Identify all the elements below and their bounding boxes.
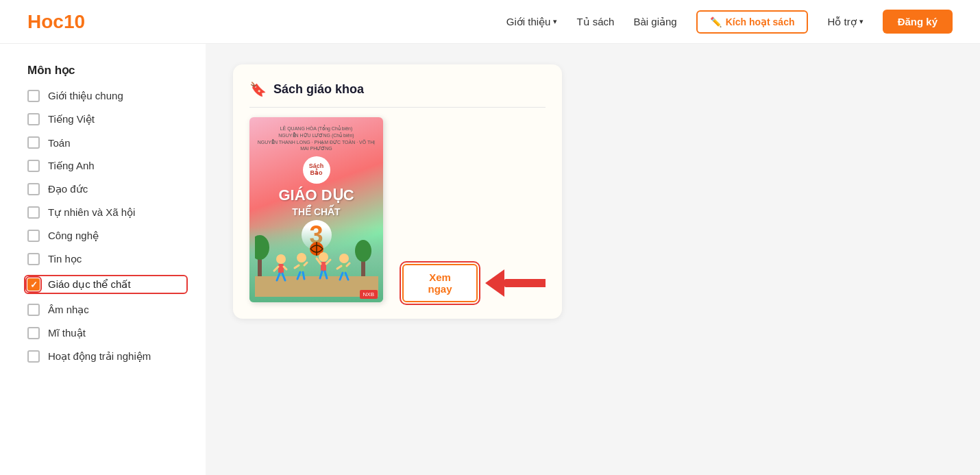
filter-item-3[interactable]: Tiếng Anh [27,160,186,172]
checkbox-4[interactable] [27,183,40,195]
xem-ngay-button[interactable]: Xem ngay [402,264,478,302]
filter-item-2[interactable]: Toán [27,136,186,149]
filter-item-7[interactable]: Tin học [27,253,186,265]
svg-point-25 [339,254,349,263]
navbar: Hoc10 Giới thiệu ▾ Tủ sách Bài giảng ✏️ … [0,0,980,44]
filter-item-4[interactable]: Đạo đức [27,183,186,195]
filter-label-7: Tin học [48,253,82,265]
filter-item-9[interactable]: Âm nhạc [27,304,186,316]
main-content: 🔖 Sách giáo khoa LÊ QUANG HÒA (Tổng Chủ … [206,44,980,475]
filter-label-3: Tiếng Anh [48,160,95,172]
filter-item-6[interactable]: Công nghệ [27,230,186,242]
svg-line-28 [347,263,350,266]
nav-item-tu-sach[interactable]: Tủ sách [576,16,614,28]
svg-point-2 [255,235,269,260]
card-body: LÊ QUANG HÒA (Tổng Chủ biên) NGUYỄN HỮU … [249,117,546,302]
filter-label-2: Toán [48,137,71,149]
bookmark-icon: 🔖 [249,81,267,97]
svg-point-7 [276,254,286,264]
nav-item-bai-giang[interactable]: Bài giảng [633,16,676,28]
filter-label-4: Đạo đức [48,183,88,195]
filter-item-5[interactable]: Tự nhiên và Xã hội [27,206,186,219]
arrow-indicator [486,269,546,297]
xem-btn-wrapper: Xem ngay [402,264,546,302]
bottom-publisher-label: NXB [360,290,378,299]
svg-line-18 [303,272,304,279]
signup-button[interactable]: Đăng ký [883,10,953,34]
svg-line-27 [337,266,341,269]
svg-line-15 [295,265,299,268]
logo-10: 10 [64,11,85,32]
publisher-logo: SáchBảo [303,156,330,184]
page-body: Môn học Giới thiệu chung Tiếng Việt Toán… [0,44,980,475]
filter-label-8: Giáo dục thể chất [48,278,131,291]
filter-label-11: Hoạt động trải nghiệm [48,350,151,363]
checkbox-0[interactable] [27,90,40,102]
filter-label-10: Mĩ thuật [48,327,86,339]
book-sub-title: THỂ CHẤT [292,206,340,217]
svg-point-19 [319,252,328,262]
filter-item-1[interactable]: Tiếng Việt [27,113,186,125]
filter-item-10[interactable]: Mĩ thuật [27,327,186,339]
chevron-down-icon: ▾ [553,17,557,26]
filter-item-8[interactable]: Giáo dục thể chất [25,276,186,293]
svg-line-10 [284,267,286,269]
xem-row: Xem ngay [402,264,546,302]
svg-line-16 [304,263,307,265]
checkbox-1[interactable] [27,113,40,125]
filter-label-0: Giới thiệu chung [48,90,123,102]
svg-rect-14 [299,263,304,272]
logo[interactable]: Hoc10 [27,11,85,33]
filter-label-6: Công nghệ [48,230,99,242]
logo-hoc: Hoc [27,11,64,32]
sidebar-title: Môn học [27,63,186,77]
checkbox-11[interactable] [27,350,40,363]
svg-rect-8 [278,264,284,273]
basketball-scene-svg [255,228,378,297]
svg-point-13 [297,253,306,263]
checkbox-2[interactable] [27,136,40,149]
checkbox-10[interactable] [27,327,40,339]
book-cover[interactable]: LÊ QUANG HÒA (Tổng Chủ biên) NGUYỄN HỮU … [249,117,383,302]
activate-icon: ✏️ [710,16,722,27]
checkbox-8[interactable] [27,278,40,291]
filter-label-1: Tiếng Việt [48,113,95,125]
card-header: 🔖 Sách giáo khoa [249,81,546,108]
filter-item-11[interactable]: Hoạt động trải nghiệm [27,350,186,363]
checkbox-7[interactable] [27,253,40,265]
nav-item-ho-tro[interactable]: Hỗ trợ ▾ [827,16,863,28]
activate-button[interactable]: ✏️ Kích hoạt sách [696,10,809,34]
book-cover-authors: LÊ QUANG HÒA (Tổng Chủ biên) NGUYỄN HỮU … [256,125,376,152]
book-main-title: GIÁO DỤC [278,186,354,204]
sidebar: Môn học Giới thiệu chung Tiếng Việt Toán… [0,44,206,475]
book-card: 🔖 Sách giáo khoa LÊ QUANG HÒA (Tổng Chủ … [233,64,562,319]
filter-item-0[interactable]: Giới thiệu chung [27,90,186,102]
checkbox-6[interactable] [27,230,40,242]
nav-item-gioi-thieu[interactable]: Giới thiệu ▾ [506,16,558,28]
checkbox-5[interactable] [27,206,40,219]
arrow-body [504,279,546,287]
svg-rect-26 [341,263,347,273]
svg-point-4 [355,240,371,262]
filter-label-9: Âm nhạc [48,304,89,316]
checkbox-9[interactable] [27,304,40,316]
arrow-head [485,269,504,297]
chevron-down-icon-support: ▾ [859,17,863,26]
checkbox-3[interactable] [27,160,40,172]
filter-label-5: Tự nhiên và Xã hội [48,206,135,219]
card-section-title: Sách giáo khoa [273,82,364,97]
navbar-nav: Giới thiệu ▾ Tủ sách Bài giảng ✏️ Kích h… [506,10,953,34]
svg-line-9 [274,267,278,271]
